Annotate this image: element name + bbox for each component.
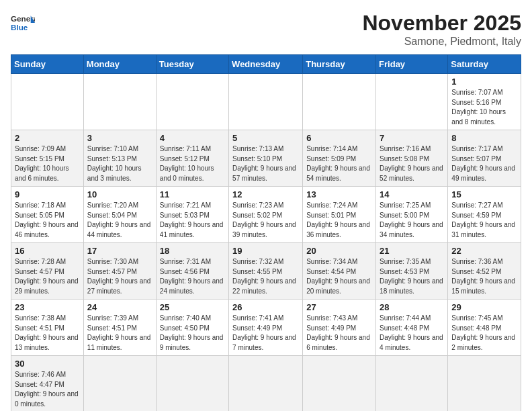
day-info: Sunrise: 7:35 AM Sunset: 4:53 PM Dayligh… [380, 257, 444, 296]
calendar-week-3: 9Sunrise: 7:18 AM Sunset: 5:05 PM Daylig… [11, 187, 521, 243]
day-number: 26 [232, 302, 299, 312]
calendar-cell: 26Sunrise: 7:41 AM Sunset: 4:49 PM Dayli… [229, 300, 303, 356]
weekday-header-wednesday: Wednesday [229, 55, 303, 74]
day-number: 21 [380, 246, 444, 256]
day-info: Sunrise: 7:34 AM Sunset: 4:54 PM Dayligh… [306, 257, 372, 296]
weekday-header-sunday: Sunday [11, 55, 84, 74]
calendar-cell: 28Sunrise: 7:44 AM Sunset: 4:48 PM Dayli… [376, 300, 448, 356]
day-number: 10 [87, 189, 152, 199]
calendar-cell [156, 74, 228, 130]
calendar-cell: 1Sunrise: 7:07 AM Sunset: 5:16 PM Daylig… [448, 74, 521, 130]
calendar-cell: 17Sunrise: 7:30 AM Sunset: 4:57 PM Dayli… [83, 243, 156, 300]
calendar-cell: 3Sunrise: 7:10 AM Sunset: 5:13 PM Daylig… [83, 130, 156, 187]
calendar-cell: 11Sunrise: 7:21 AM Sunset: 5:03 PM Dayli… [156, 187, 228, 243]
day-number: 30 [15, 359, 80, 369]
day-number: 3 [87, 133, 152, 143]
day-info: Sunrise: 7:30 AM Sunset: 4:57 PM Dayligh… [87, 257, 152, 296]
calendar-cell: 25Sunrise: 7:40 AM Sunset: 4:50 PM Dayli… [156, 300, 228, 356]
day-info: Sunrise: 7:31 AM Sunset: 4:56 PM Dayligh… [160, 257, 225, 296]
calendar-table: SundayMondayTuesdayWednesdayThursdayFrid… [11, 54, 521, 411]
calendar-cell: 10Sunrise: 7:20 AM Sunset: 5:04 PM Dayli… [83, 187, 156, 243]
calendar-cell: 14Sunrise: 7:25 AM Sunset: 5:00 PM Dayli… [376, 187, 448, 243]
day-number: 13 [306, 189, 372, 199]
day-number: 17 [87, 246, 152, 256]
calendar-cell [83, 356, 156, 412]
day-info: Sunrise: 7:09 AM Sunset: 5:15 PM Dayligh… [15, 144, 80, 183]
day-info: Sunrise: 7:40 AM Sunset: 4:50 PM Dayligh… [160, 314, 225, 353]
calendar-cell: 20Sunrise: 7:34 AM Sunset: 4:54 PM Dayli… [303, 243, 376, 300]
day-info: Sunrise: 7:39 AM Sunset: 4:51 PM Dayligh… [87, 314, 152, 353]
calendar-cell [156, 356, 228, 412]
calendar-cell: 8Sunrise: 7:17 AM Sunset: 5:07 PM Daylig… [448, 130, 521, 187]
day-info: Sunrise: 7:45 AM Sunset: 4:48 PM Dayligh… [451, 314, 517, 353]
weekday-header-saturday: Saturday [448, 55, 521, 74]
day-number: 14 [380, 189, 444, 199]
day-number: 6 [306, 133, 372, 143]
calendar-cell: 27Sunrise: 7:43 AM Sunset: 4:49 PM Dayli… [303, 300, 376, 356]
calendar-cell: 4Sunrise: 7:11 AM Sunset: 5:12 PM Daylig… [156, 130, 228, 187]
page-header: General Blue November 2025 Samone, Piedm… [11, 11, 521, 48]
calendar-cell [229, 74, 303, 130]
day-info: Sunrise: 7:24 AM Sunset: 5:01 PM Dayligh… [306, 201, 372, 240]
day-number: 16 [15, 246, 80, 256]
day-info: Sunrise: 7:46 AM Sunset: 4:47 PM Dayligh… [15, 370, 80, 409]
calendar-week-4: 16Sunrise: 7:28 AM Sunset: 4:57 PM Dayli… [11, 243, 521, 300]
day-info: Sunrise: 7:27 AM Sunset: 4:59 PM Dayligh… [451, 201, 517, 240]
day-info: Sunrise: 7:44 AM Sunset: 4:48 PM Dayligh… [380, 314, 444, 353]
day-number: 7 [380, 133, 444, 143]
day-number: 29 [451, 302, 517, 312]
day-number: 27 [306, 302, 372, 312]
calendar-cell: 19Sunrise: 7:32 AM Sunset: 4:55 PM Dayli… [229, 243, 303, 300]
day-info: Sunrise: 7:36 AM Sunset: 4:52 PM Dayligh… [451, 257, 517, 296]
calendar-cell: 29Sunrise: 7:45 AM Sunset: 4:48 PM Dayli… [448, 300, 521, 356]
calendar-cell: 2Sunrise: 7:09 AM Sunset: 5:15 PM Daylig… [11, 130, 84, 187]
day-number: 1 [451, 77, 517, 87]
calendar-cell [229, 356, 303, 412]
day-info: Sunrise: 7:25 AM Sunset: 5:00 PM Dayligh… [380, 201, 444, 240]
day-info: Sunrise: 7:10 AM Sunset: 5:13 PM Dayligh… [87, 144, 152, 183]
calendar-week-6: 30Sunrise: 7:46 AM Sunset: 4:47 PM Dayli… [11, 356, 521, 412]
day-number: 19 [232, 246, 299, 256]
day-info: Sunrise: 7:32 AM Sunset: 4:55 PM Dayligh… [232, 257, 299, 296]
day-info: Sunrise: 7:41 AM Sunset: 4:49 PM Dayligh… [232, 314, 299, 353]
calendar-week-2: 2Sunrise: 7:09 AM Sunset: 5:15 PM Daylig… [11, 130, 521, 187]
calendar-cell: 7Sunrise: 7:16 AM Sunset: 5:08 PM Daylig… [376, 130, 448, 187]
calendar-cell: 23Sunrise: 7:38 AM Sunset: 4:51 PM Dayli… [11, 300, 84, 356]
day-number: 12 [232, 189, 299, 199]
title-block: November 2025 Samone, Piedmont, Italy [362, 11, 521, 48]
calendar-cell: 22Sunrise: 7:36 AM Sunset: 4:52 PM Dayli… [448, 243, 521, 300]
calendar-cell: 12Sunrise: 7:23 AM Sunset: 5:02 PM Dayli… [229, 187, 303, 243]
calendar-cell: 21Sunrise: 7:35 AM Sunset: 4:53 PM Dayli… [376, 243, 448, 300]
day-number: 11 [160, 189, 225, 199]
day-number: 25 [160, 302, 225, 312]
day-number: 4 [160, 133, 225, 143]
day-number: 28 [380, 302, 444, 312]
calendar-subtitle: Samone, Piedmont, Italy [362, 36, 521, 48]
day-number: 23 [15, 302, 80, 312]
weekday-header-friday: Friday [376, 55, 448, 74]
day-number: 5 [232, 133, 299, 143]
weekday-header-tuesday: Tuesday [156, 55, 228, 74]
calendar-cell [376, 74, 448, 130]
calendar-cell: 30Sunrise: 7:46 AM Sunset: 4:47 PM Dayli… [11, 356, 84, 412]
day-info: Sunrise: 7:38 AM Sunset: 4:51 PM Dayligh… [15, 314, 80, 353]
calendar-week-5: 23Sunrise: 7:38 AM Sunset: 4:51 PM Dayli… [11, 300, 521, 356]
calendar-cell: 24Sunrise: 7:39 AM Sunset: 4:51 PM Dayli… [83, 300, 156, 356]
day-info: Sunrise: 7:16 AM Sunset: 5:08 PM Dayligh… [380, 144, 444, 183]
calendar-title: November 2025 [362, 11, 521, 36]
logo-icon: General Blue [11, 11, 35, 35]
day-info: Sunrise: 7:43 AM Sunset: 4:49 PM Dayligh… [306, 314, 372, 353]
day-number: 8 [451, 133, 517, 143]
day-info: Sunrise: 7:18 AM Sunset: 5:05 PM Dayligh… [15, 201, 80, 240]
calendar-cell [11, 74, 84, 130]
day-info: Sunrise: 7:23 AM Sunset: 5:02 PM Dayligh… [232, 201, 299, 240]
day-number: 9 [15, 189, 80, 199]
calendar-cell: 18Sunrise: 7:31 AM Sunset: 4:56 PM Dayli… [156, 243, 228, 300]
calendar-cell: 15Sunrise: 7:27 AM Sunset: 4:59 PM Dayli… [448, 187, 521, 243]
day-info: Sunrise: 7:17 AM Sunset: 5:07 PM Dayligh… [451, 144, 517, 183]
day-number: 2 [15, 133, 80, 143]
calendar-cell: 6Sunrise: 7:14 AM Sunset: 5:09 PM Daylig… [303, 130, 376, 187]
day-number: 18 [160, 246, 225, 256]
calendar-cell: 13Sunrise: 7:24 AM Sunset: 5:01 PM Dayli… [303, 187, 376, 243]
calendar-cell: 5Sunrise: 7:13 AM Sunset: 5:10 PM Daylig… [229, 130, 303, 187]
